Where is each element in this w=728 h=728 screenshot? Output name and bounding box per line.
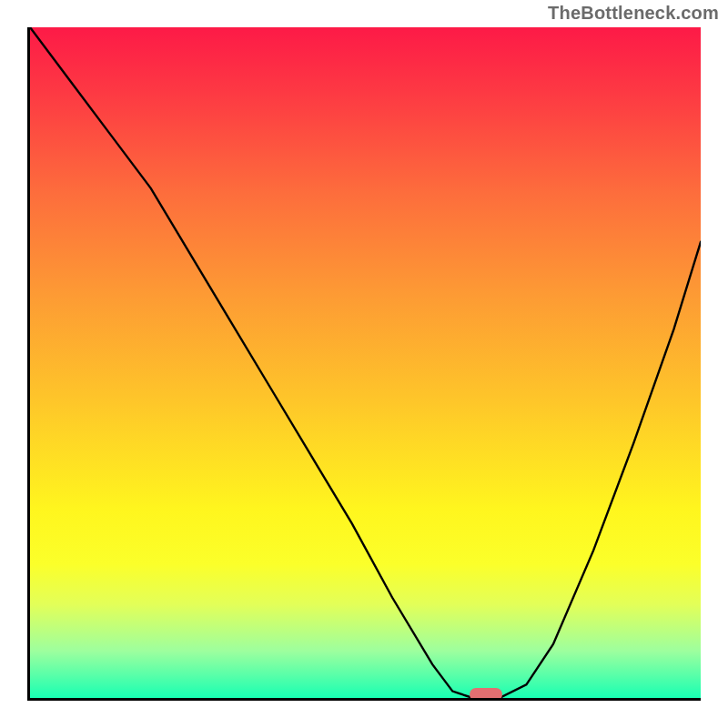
chart-container: TheBottleneck.com bbox=[0, 0, 728, 728]
watermark-text: TheBottleneck.com bbox=[548, 3, 719, 24]
axes bbox=[27, 27, 701, 701]
